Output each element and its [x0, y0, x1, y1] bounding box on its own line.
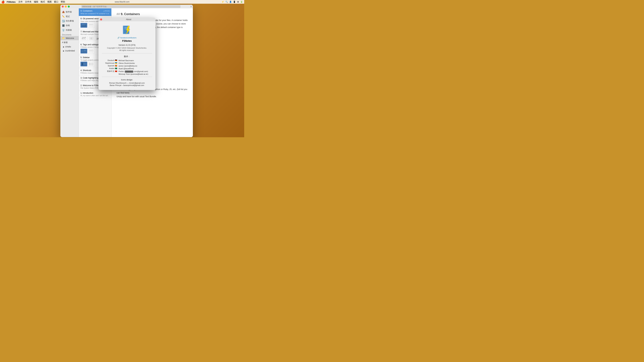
chevron-icon: ▶	[63, 46, 64, 48]
menubar: 🍎 FSNotes 文件 文件夹 编辑 格式 视图 窗口 帮助 www.MacW…	[0, 0, 244, 4]
about-close-button[interactable]	[100, 18, 102, 20]
sidebar: 📥 收件箱 ✏️ 笔记 ☑️ 待办事项 🗄️ 存档 🗑️ 垃圾箱 Documen…	[60, 8, 79, 137]
note-title-7: 7. Mermaid and MathJ	[80, 30, 100, 33]
sidebar-archive-label: 存档	[66, 24, 70, 27]
lang-arabic: Arabic 🇸🇦	[102, 67, 118, 69]
menubar-file[interactable]: 文件	[18, 0, 23, 3]
note-title-1: 1. Introduction	[80, 92, 93, 94]
svg-rect-26	[82, 63, 83, 65]
icons-section: Icons design: Roman Kliuchkovych — kmstr…	[102, 79, 152, 86]
svg-rect-6	[89, 25, 92, 25]
svg-rect-23	[89, 50, 94, 50]
search-input[interactable]	[81, 5, 180, 8]
svg-rect-3	[82, 25, 85, 25]
titlebar: 9	[60, 5, 193, 8]
apple-menu[interactable]: 🍎	[1, 0, 5, 3]
circle-icon2: ⊙	[65, 50, 67, 52]
svg-rect-20	[84, 50, 86, 51]
svg-text:∑: ∑	[91, 37, 92, 39]
svg-rect-21	[84, 51, 86, 52]
about-app-name: FSNotes	[102, 39, 152, 42]
menubar-folder[interactable]: 文件夹	[25, 0, 32, 3]
note-title-9: 9. Containers	[80, 10, 92, 12]
icons-design-title: Icons design:	[102, 79, 152, 81]
lang-deutsch: Deutsch 🇩🇪	[102, 59, 118, 61]
sidebar-item-unlimited[interactable]: ▶ ⊙ unlimited	[60, 49, 79, 53]
svg-rect-34	[124, 28, 127, 28]
sidebar-item-notes[interactable]: ✏️ 笔记	[60, 14, 79, 19]
app-contributors-link[interactable]: 🔗 fsnotes/contributors	[102, 37, 152, 39]
translator-row-3: Arabic 🇸🇦 Ayad (@ayad0net)	[102, 67, 152, 69]
menubar-edit[interactable]: 编辑	[34, 0, 38, 3]
note-item-9[interactable]: 9. Containers 上午3:21 What are containers…	[79, 8, 111, 16]
sidebar-item-welcome[interactable]: 📁 Welcome	[60, 36, 79, 40]
svg-rect-14	[97, 38, 98, 39]
menubar-format[interactable]: 格式	[40, 0, 45, 3]
icon-designer-2: Baran Pirinçal – baranpirincal@gmail.com	[102, 84, 152, 86]
chevron-icon2: ▶	[63, 50, 64, 52]
menubar-app-name[interactable]: FSNotes	[7, 1, 16, 3]
thumb-8-2	[88, 23, 94, 28]
sidebar-todo-label: 待办事项	[66, 19, 74, 22]
svg-rect-24	[89, 51, 92, 51]
sidebar-documents-label: Documents	[60, 32, 79, 36]
maximize-button[interactable]	[68, 5, 70, 7]
svg-rect-30	[91, 63, 94, 65]
name-ayad: Ayad (@ayad0net)	[118, 67, 134, 69]
menubar-window[interactable]: 窗口	[54, 0, 58, 3]
archive-icon: 🗄️	[62, 24, 65, 27]
about-translations-title: 翻译：	[102, 55, 152, 58]
sidebar-item-trash[interactable]: 🗑️ 垃圾箱	[60, 28, 79, 32]
note-title-2: 2. Welcome to FSNote	[80, 84, 101, 87]
sidebar-item-todo[interactable]: ☑️ 待办事项	[60, 19, 79, 23]
translators-grid: Deutsch 🇩🇪 Michael Barzmann Українська 🇺…	[102, 59, 152, 75]
thumb-5-2	[88, 62, 94, 66]
minimize-button[interactable]	[65, 5, 67, 7]
note-time-9: 上午3:21	[103, 10, 110, 12]
menubar-help[interactable]: 帮助	[61, 0, 65, 3]
menubar-view[interactable]: 视图	[47, 0, 52, 3]
thumb-7-1	[80, 36, 87, 40]
name-barzmann: Michael Barzmann	[118, 59, 134, 61]
note-item-1[interactable]: 1. Introduction Hi, my name is Alex and …	[79, 90, 111, 98]
thumb-6-2	[88, 49, 94, 53]
traffic-lights	[62, 5, 70, 7]
svg-rect-19	[82, 50, 83, 52]
about-body: 🔗 fsnotes/contributors FSNotes Version 4…	[98, 21, 156, 90]
translator-row-0: Deutsch 🇩🇪 Michael Barzmann	[102, 59, 152, 61]
sidebar-item-archive[interactable]: 🗄️ 存档	[60, 23, 79, 28]
about-dialog: About 🔗 fsnotes/contributors FSNotes Ver…	[98, 17, 156, 90]
svg-rect-33	[124, 27, 128, 28]
tags-label: # 标签	[62, 41, 68, 44]
sidebar-item-tags[interactable]: # 标签	[60, 40, 79, 45]
translator-row-4: 简体中文 🇨🇳 Pertim (▓▓▓▓▓▓.com@gmail.com)	[102, 70, 152, 72]
note-title-8: 8. Git powered version	[80, 17, 100, 20]
menubar-center-text: www.MacW.com	[115, 1, 130, 3]
sidebar-item-inbox[interactable]: 📥 收件箱	[60, 10, 79, 14]
name-glushchenko: Olena Glushchenko	[118, 62, 135, 64]
svg-rect-2	[82, 25, 85, 25]
close-button[interactable]	[62, 5, 64, 7]
trash-icon: 🗑️	[62, 29, 65, 31]
about-title: About	[104, 18, 154, 21]
sidebar-trash-label: 垃圾箱	[66, 29, 72, 31]
menubar-right-icons: ⚡🔍👤📱🖥🔋	[222, 1, 243, 3]
thumb-8-1	[80, 23, 87, 28]
sidebar-hello-label: hello	[67, 45, 71, 48]
todo-icon: ☑️	[62, 20, 65, 22]
svg-rect-27	[83, 63, 86, 65]
about-titlebar: About	[98, 17, 156, 21]
svg-rect-29	[89, 63, 90, 65]
sidebar-unlimited-label: unlimited	[67, 50, 75, 52]
note-title-6: 6. Tags and subtags	[80, 43, 98, 46]
name-wonsup: Wonsup Yoon (pusnow@kaist.ac.kr)	[118, 73, 148, 75]
about-traffic-lights	[100, 18, 102, 20]
lang-ukrainian: Українська 🇺🇦	[102, 62, 118, 64]
sidebar-inbox-label: 收件箱	[66, 10, 72, 13]
note-preview-1: Hi, my name is Alex and I am the author	[80, 95, 110, 96]
name-aonez: aonez (aone@keka.io)	[118, 65, 137, 67]
folder-icon: 📁	[62, 37, 65, 39]
note-title-4: 4. Shortcuts	[80, 69, 91, 71]
sidebar-item-hello[interactable]: ▶ ⊙ hello	[60, 45, 79, 49]
search-bar[interactable]	[81, 5, 180, 8]
